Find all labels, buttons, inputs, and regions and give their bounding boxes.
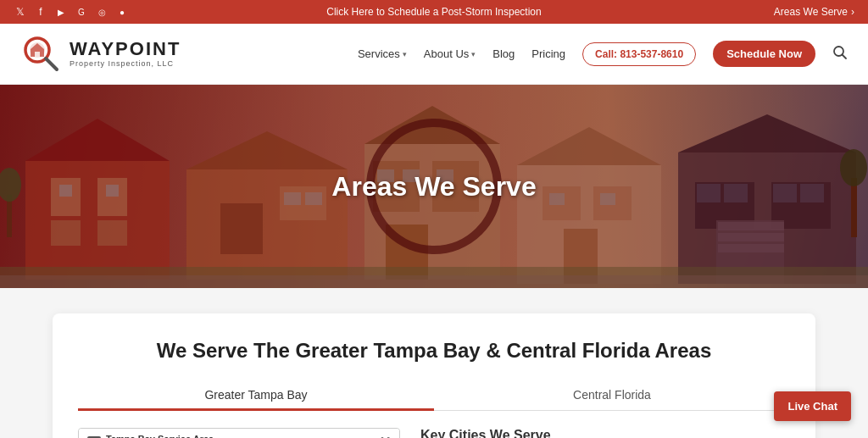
announcement-text[interactable]: Click Here to Schedule a Post-Storm Insp…: [326, 6, 541, 18]
twitter-icon[interactable]: 𝕏: [14, 5, 27, 19]
map-title: Tampa Bay Service Area: [106, 434, 289, 438]
svg-rect-4: [35, 52, 40, 57]
areas-label: Areas We Serve: [774, 6, 848, 18]
hero-title: Areas We Serve: [331, 171, 536, 202]
social-icons-group: 𝕏 f ▶ G ◎ ●: [14, 5, 129, 19]
tab-central-florida[interactable]: Central Florida: [434, 380, 790, 410]
facebook-icon[interactable]: f: [34, 5, 47, 19]
tab-greater-tampa-label: Greater Tampa Bay: [204, 388, 307, 402]
tabs-container: Greater Tampa Bay Central Florida: [78, 380, 790, 411]
nav-pricing-label: Pricing: [531, 47, 565, 60]
nav-services[interactable]: Services ▾: [358, 47, 407, 60]
live-chat-button[interactable]: Live Chat: [774, 391, 851, 421]
areas-chevron-icon: ›: [851, 6, 854, 18]
map-header-text: Tampa Bay Service Area This map was made…: [106, 434, 289, 438]
cities-section-title: Key Cities We Serve: [420, 428, 790, 438]
hero-section: Areas We Serve: [0, 85, 868, 288]
logo-company-name: WAYPOINT: [70, 39, 181, 59]
services-chevron-icon: ▾: [403, 50, 407, 58]
top-bar: 𝕏 f ▶ G ◎ ● Click Here to Schedule a Pos…: [0, 0, 868, 24]
search-icon[interactable]: [832, 45, 848, 64]
header: WAYPOINT Property Inspection, LLC Servic…: [0, 24, 868, 85]
nav-services-label: Services: [358, 47, 400, 60]
logo-text: WAYPOINT Property Inspection, LLC: [70, 39, 181, 68]
google-icon[interactable]: G: [75, 5, 88, 19]
map-header: ⊞ Tampa Bay Service Area This map was ma…: [79, 429, 399, 438]
nav-about-us[interactable]: About Us ▾: [424, 47, 476, 60]
tab-central-florida-label: Central Florida: [573, 388, 651, 402]
nav-blog-label: Blog: [492, 47, 515, 60]
map-container: ⊞ Tampa Bay Service Area This map was ma…: [78, 428, 400, 438]
svg-line-6: [843, 54, 847, 58]
svg-line-2: [46, 58, 57, 69]
tab-greater-tampa-bay[interactable]: Greater Tampa Bay: [78, 380, 434, 410]
content-section: We Serve The Greater Tampa Bay & Central…: [0, 288, 868, 438]
nav-about-label: About Us: [424, 47, 469, 60]
nav-area: Services ▾ About Us ▾ Blog Pricing Call:…: [358, 41, 848, 67]
schedule-now-button[interactable]: Schedule Now: [713, 41, 815, 67]
logo[interactable]: WAYPOINT Property Inspection, LLC: [20, 33, 181, 75]
logo-icon: [20, 33, 63, 75]
nav-pricing[interactable]: Pricing: [531, 47, 565, 60]
extra-icon[interactable]: ●: [115, 5, 129, 19]
areas-we-serve-link[interactable]: Areas We Serve ›: [774, 6, 854, 18]
about-chevron-icon: ▾: [471, 50, 476, 58]
map-cities-row: ⊞ Tampa Bay Service Area This map was ma…: [78, 428, 790, 438]
cities-section: Key Cities We Serve — Tampa: Residential…: [420, 428, 790, 438]
youtube-icon[interactable]: ▶: [54, 5, 68, 19]
instagram-icon[interactable]: ◎: [95, 5, 108, 19]
call-button[interactable]: Call: 813-537-8610: [582, 42, 696, 66]
nav-blog[interactable]: Blog: [492, 47, 515, 60]
content-main-title: We Serve The Greater Tampa Bay & Central…: [78, 339, 790, 363]
content-card: We Serve The Greater Tampa Bay & Central…: [53, 313, 815, 438]
logo-company-subtitle: Property Inspection, LLC: [70, 60, 181, 69]
